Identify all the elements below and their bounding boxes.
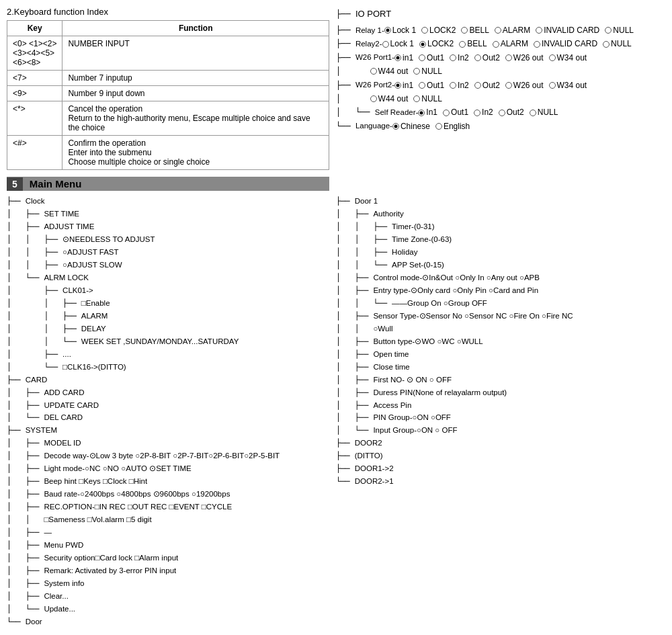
list-item: │ ├── Close time <box>336 361 665 374</box>
list-item: │ └── □CLK16->(DITTO) <box>7 361 329 374</box>
option-label: W34 out <box>557 51 587 65</box>
list-item: │ ├── Duress PIN(None of relayalarm outp… <box>336 386 665 399</box>
list-item: │ ├── Control mode-⊙In&Out ○Only In ○Any… <box>336 271 665 284</box>
radio-option: INVALID CARD <box>534 37 597 50</box>
option-label: LOCK2 <box>427 37 454 50</box>
tree-node-text: DOOR1->2 <box>355 462 394 475</box>
tree-node-text: SET TIME <box>44 208 79 220</box>
radio-unchecked[interactable] <box>435 123 442 130</box>
list-item: │ ├── Decode way-⊙Low 3 byte ○2P-8-BIT ○… <box>7 450 329 462</box>
tree-indent: │ │ <box>7 513 44 526</box>
radio-unchecked[interactable] <box>493 41 499 48</box>
tree-node-text: ADD CARD <box>44 386 84 399</box>
radio-unchecked[interactable] <box>505 54 512 61</box>
radio-checked[interactable] <box>384 27 391 34</box>
tree-indent: │ ├── <box>7 475 44 488</box>
tree-node-text: Holiday <box>392 246 417 259</box>
radio-unchecked[interactable] <box>495 27 501 34</box>
radio-unchecked[interactable] <box>450 82 456 89</box>
main-menu-section: ├── Clock│ ├── SET TIME│ ├── ADJUST TIME… <box>7 195 665 628</box>
radio-unchecked[interactable] <box>505 82 512 89</box>
list-item: │ │ ○Wull <box>336 323 665 335</box>
tree-indent: │ ├── <box>7 590 44 603</box>
tree-indent: │ │ ├── <box>336 246 392 259</box>
io-port-title: ├── IO PORT <box>336 7 665 22</box>
radio-unchecked[interactable] <box>459 41 466 48</box>
radio-option: W44 out <box>370 92 409 105</box>
tree-node-text: DEL CARD <box>44 411 83 424</box>
list-item: │ │ ├── DELAY <box>7 323 329 335</box>
tree-indent: │ ├── <box>336 348 373 361</box>
option-label: INVALID CARD <box>544 24 599 37</box>
radio-checked[interactable] <box>419 41 426 48</box>
radio-unchecked[interactable] <box>474 82 481 89</box>
tree-node-text: Entry type-⊙Only card ○Only Pin ○Card an… <box>373 284 538 297</box>
radio-unchecked[interactable] <box>421 27 428 34</box>
list-item: │ ├── Clear... <box>7 590 329 603</box>
radio-checked[interactable] <box>394 82 401 89</box>
tree-indent: │ ├── <box>336 386 373 399</box>
radio-option: W44 out <box>370 65 409 78</box>
tree-indent: │ ├── <box>7 526 44 539</box>
radio-unchecked[interactable] <box>443 110 450 116</box>
option-label: in1 <box>403 79 413 92</box>
list-item: │ ├── System info <box>7 577 329 590</box>
tree-indent: │ │ ├── <box>7 233 62 246</box>
radio-unchecked[interactable] <box>605 27 612 34</box>
tree-indent: └── <box>336 475 355 488</box>
radio-checked[interactable] <box>394 54 401 61</box>
radio-unchecked[interactable] <box>549 82 556 89</box>
radio-unchecked[interactable] <box>461 27 468 34</box>
tree-node-text: ⊙NEEDLESS TO ADJUST <box>62 233 155 246</box>
table-row: NUMBER INPUT <box>62 36 329 71</box>
tree-indent: │ ├── <box>7 539 44 552</box>
radio-checked[interactable] <box>392 123 399 130</box>
left-tree: ├── Clock│ ├── SET TIME│ ├── ADJUST TIME… <box>7 195 329 628</box>
tree-node-text: APP Set-(0-15) <box>392 259 444 271</box>
tree-indent: ├── <box>336 437 355 450</box>
radio-unchecked[interactable] <box>370 68 377 75</box>
tree-indent: │ ├── <box>7 552 44 564</box>
radio-unchecked[interactable] <box>382 41 389 48</box>
option-label: BELL <box>469 24 489 37</box>
tree-indent: ├── <box>336 195 355 208</box>
tree-indent: │ ├── <box>7 208 44 220</box>
list-item: │ ├── Entry type-⊙Only card ○Only Pin ○C… <box>336 284 665 297</box>
radio-unchecked[interactable] <box>474 54 481 61</box>
list-item: │ │ └── ——Group On ○Group OFF <box>336 297 665 310</box>
radio-unchecked[interactable] <box>419 82 425 89</box>
list-item: │ └── DEL CARD <box>7 411 329 424</box>
list-item: │ ├── CLK01-> <box>7 284 329 297</box>
radio-unchecked[interactable] <box>534 41 540 48</box>
tree-node-text: Door <box>26 616 42 628</box>
radio-unchecked[interactable] <box>549 54 556 61</box>
radio-checked[interactable] <box>418 110 425 116</box>
tree-node-text: UPDATE CARD <box>44 399 99 412</box>
option-label: Out2 <box>482 79 500 92</box>
radio-unchecked[interactable] <box>474 110 480 116</box>
radio-unchecked[interactable] <box>413 68 420 75</box>
radio-unchecked[interactable] <box>536 27 542 34</box>
radio-unchecked[interactable] <box>419 54 425 61</box>
list-item: │ ├── REC.OPTION-□IN REC □OUT REC □EVENT… <box>7 501 329 513</box>
option-label: NULL <box>421 92 442 105</box>
list-item: │ ├── Button type-⊙WO ○WC ○WULL <box>336 335 665 348</box>
tree-node-text: CLK01-> <box>62 284 93 297</box>
list-item: ├── W26 Port1-in1Out1In2Out2W26 outW34 o… <box>336 51 665 65</box>
radio-unchecked[interactable] <box>450 54 456 61</box>
col-key: Key <box>7 21 62 36</box>
radio-unchecked[interactable] <box>370 95 377 102</box>
radio-option: Lock 1 <box>384 24 416 37</box>
radio-unchecked[interactable] <box>603 41 610 48</box>
radio-unchecked[interactable] <box>413 95 420 102</box>
tree-indent: ├── <box>7 195 26 208</box>
tree-node-text: System info <box>44 577 84 590</box>
radio-unchecked[interactable] <box>499 110 505 116</box>
list-item: ├── (DITTO) <box>336 450 665 462</box>
option-label: ALARM <box>503 24 530 37</box>
radio-unchecked[interactable] <box>530 110 536 116</box>
radio-option: Out2 <box>474 79 500 92</box>
tree-node-text: ○ADJUST FAST <box>62 246 118 259</box>
radio-option: Out1 <box>443 105 468 119</box>
tree-node-text: MODEL ID <box>44 437 81 450</box>
